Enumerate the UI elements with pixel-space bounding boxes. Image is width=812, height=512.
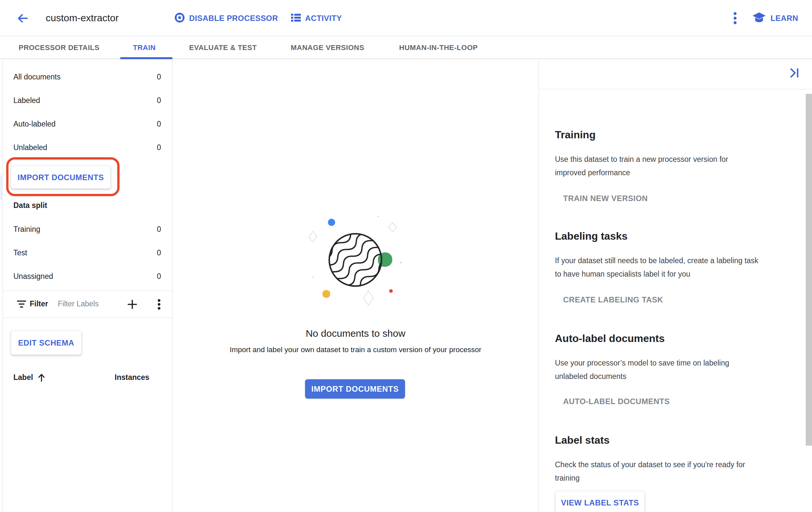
list-item[interactable]: All documents 0 [3, 65, 172, 89]
section-heading-training: Training [555, 129, 596, 141]
tab-manage-versions[interactable]: MANAGE VERSIONS [291, 36, 364, 59]
row-count: 0 [157, 143, 161, 152]
body-line: improved performance [555, 166, 793, 180]
list-item[interactable]: Labeled 0 [3, 89, 172, 112]
row-label: Test [13, 248, 27, 257]
import-documents-primary-button[interactable]: IMPORT DOCUMENTS [305, 379, 405, 399]
row-count: 0 [157, 225, 161, 234]
row-label: Auto-labeled [13, 120, 56, 129]
dataset-sidebar: All documents 0 Labeled 0 Auto-labeled 0… [3, 59, 172, 512]
red-dot [389, 289, 393, 293]
body-line: Use this dataset to train a new processo… [555, 153, 793, 166]
auto-label-documents-button[interactable]: AUTO-LABEL DOCUMENTS [563, 397, 670, 406]
divider [3, 318, 172, 318]
body-line: Check the status of your dataset to see … [555, 458, 793, 471]
list-item[interactable]: Unlabeled 0 [3, 136, 172, 159]
filter-label: Filter [30, 299, 48, 308]
section-heading-auto-label: Auto-label documents [555, 332, 665, 345]
yellow-blob [322, 290, 330, 298]
back-arrow-icon[interactable] [16, 12, 29, 25]
section-body-training: Use this dataset to train a new processo… [555, 153, 793, 180]
filter-icon [17, 300, 26, 309]
create-labeling-task-button[interactable]: CREATE LABELING TASK [563, 295, 663, 304]
activity-label: ACTIVITY [305, 14, 342, 23]
label-table-header: Label Instances [3, 371, 172, 387]
app-header: custom-extractor DISABLE PROCESSOR ACTIV… [0, 0, 812, 36]
label-column-text: Label [13, 373, 33, 382]
row-count: 0 [157, 120, 161, 129]
row-label: Unlabeled [13, 143, 47, 152]
section-body-label-stats: Check the status of your dataset to see … [555, 458, 793, 485]
row-label: Labeled [13, 96, 40, 105]
empty-state-illustration [307, 211, 404, 309]
body-line: to have human specialists label it for y… [555, 267, 793, 281]
body-line: training [555, 471, 793, 485]
filter-labels-input[interactable]: Filter Labels [58, 299, 99, 308]
label-column-header[interactable]: Label [13, 373, 46, 382]
add-label-icon[interactable] [126, 298, 138, 310]
empty-state-title: No documents to show [172, 328, 539, 339]
list-icon [291, 13, 301, 24]
body-line: If your dataset still needs to be labele… [555, 254, 793, 267]
list-item[interactable]: Auto-labeled 0 [3, 112, 172, 136]
tab-human-in-the-loop[interactable]: HUMAN-IN-THE-LOOP [399, 36, 478, 59]
actions-panel: Training Use this dataset to train a new… [539, 59, 812, 512]
row-label: All documents [13, 73, 60, 81]
row-label: Unassigned [13, 272, 53, 281]
rail-highlight [0, 175, 3, 200]
learn-button[interactable]: LEARN [752, 0, 798, 36]
filter-kebab-menu-icon[interactable] [156, 297, 162, 312]
tab-bar: PROCESSOR DETAILS TRAIN EVALUATE & TEST … [0, 36, 812, 59]
stop-icon [174, 12, 185, 24]
train-new-version-button[interactable]: TRAIN NEW VERSION [563, 194, 648, 203]
collapse-panel-icon[interactable] [788, 67, 802, 80]
tab-train[interactable]: TRAIN [133, 36, 156, 59]
empty-state-subtitle: Import and label your own dataset to tra… [172, 346, 539, 354]
instances-column-header: Instances [115, 373, 149, 382]
view-label-stats-button[interactable]: VIEW LABEL STATS [556, 491, 644, 512]
page-title: custom-extractor [46, 12, 119, 24]
sort-ascending-icon [37, 373, 46, 382]
row-label: Training [13, 225, 40, 234]
filter-row: Filter Filter Labels [3, 291, 172, 318]
tab-processor-details[interactable]: PROCESSOR DETAILS [19, 36, 99, 59]
list-item[interactable]: Unassigned 0 [3, 265, 172, 288]
row-count: 0 [157, 73, 161, 81]
body-line: unlabeled documents [555, 370, 793, 383]
section-heading-labeling-tasks: Labeling tasks [555, 230, 628, 242]
divider [539, 89, 812, 89]
disable-processor-button[interactable]: DISABLE PROCESSOR [174, 0, 278, 36]
graduation-cap-icon [752, 11, 766, 25]
section-heading-label-stats: Label stats [555, 434, 609, 446]
section-body-labeling-tasks: If your dataset still needs to be labele… [555, 254, 793, 281]
learn-label: LEARN [771, 14, 798, 23]
header-kebab-menu-icon[interactable] [732, 0, 738, 36]
row-count: 0 [157, 248, 161, 257]
data-split-heading: Data split [13, 201, 47, 210]
row-count: 0 [157, 272, 161, 281]
body-line: Use your processor’s model to save time … [555, 356, 793, 370]
list-item[interactable]: Test 0 [3, 241, 172, 265]
edit-schema-button[interactable]: EDIT SCHEMA [11, 331, 81, 355]
blue-blob [328, 219, 335, 226]
tab-evaluate-test[interactable]: EVALUATE & TEST [189, 36, 257, 59]
section-body-auto-label: Use your processor’s model to save time … [555, 356, 793, 383]
disable-processor-label: DISABLE PROCESSOR [189, 14, 278, 23]
list-item[interactable]: Training 0 [3, 217, 172, 241]
scrollbar[interactable] [806, 94, 812, 446]
import-documents-button[interactable]: IMPORT DOCUMENTS [11, 166, 110, 189]
row-count: 0 [157, 96, 161, 105]
activity-button[interactable]: ACTIVITY [291, 0, 342, 36]
